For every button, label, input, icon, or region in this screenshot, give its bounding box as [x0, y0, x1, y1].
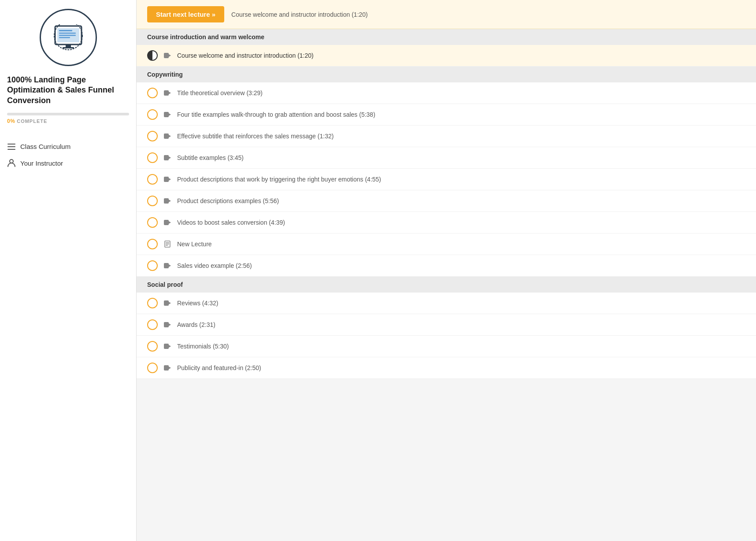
svg-rect-7 — [63, 47, 74, 48]
video-icon — [163, 218, 172, 227]
svg-marker-34 — [169, 264, 171, 267]
lecture-item[interactable]: Reviews (4:32) — [137, 293, 756, 314]
svg-rect-3 — [59, 33, 76, 34]
svg-rect-9 — [7, 144, 15, 145]
progress-circle — [147, 88, 158, 98]
video-icon — [163, 363, 172, 372]
lecture-item[interactable]: Videos to boost sales conversion (4:39) — [137, 212, 756, 233]
svg-marker-16 — [169, 92, 171, 94]
lecture-title: Product descriptions that work by trigge… — [177, 176, 381, 183]
svg-rect-15 — [164, 90, 169, 96]
svg-point-12 — [10, 159, 13, 163]
svg-rect-13 — [164, 53, 169, 58]
svg-rect-32 — [166, 245, 168, 246]
next-lecture-bar: Start next lecture » Course welcome and … — [137, 0, 756, 29]
progress-circle — [147, 196, 158, 206]
svg-marker-28 — [169, 221, 171, 224]
video-icon — [163, 196, 172, 205]
video-icon — [163, 299, 172, 308]
svg-rect-27 — [164, 220, 169, 225]
lecture-title: Effective subtitle that reinforces the s… — [177, 133, 334, 140]
svg-marker-42 — [169, 367, 171, 369]
lecture-title: Title theoretical overview (3:29) — [177, 89, 263, 96]
lecture-item[interactable]: Effective subtitle that reinforces the s… — [137, 126, 756, 147]
main-content: Start next lecture » Course welcome and … — [137, 0, 756, 541]
video-icon — [163, 132, 172, 141]
progress-circle — [147, 109, 158, 120]
progress-circle — [147, 152, 158, 163]
svg-rect-41 — [164, 365, 169, 371]
progress-label: 0% COMPLETE — [7, 118, 129, 124]
lecture-title: Sales video example (2:56) — [177, 262, 252, 269]
person-icon — [7, 159, 16, 167]
video-icon — [163, 320, 172, 329]
sidebar: 1000% Landing Page Optimization & Sales … — [0, 0, 137, 541]
lecture-item[interactable]: Product descriptions examples (5:56) — [137, 190, 756, 212]
lecture-item[interactable]: Title theoretical overview (3:29) — [137, 82, 756, 104]
svg-marker-18 — [169, 113, 171, 116]
progress-circle — [147, 260, 158, 271]
svg-rect-2 — [59, 30, 72, 31]
start-next-lecture-button[interactable]: Start next lecture » — [147, 6, 224, 22]
progress-circle — [147, 174, 158, 185]
video-icon — [163, 342, 172, 351]
svg-rect-11 — [7, 149, 15, 150]
lecture-item[interactable]: New Lecture — [137, 233, 756, 255]
svg-marker-20 — [169, 135, 171, 137]
svg-marker-24 — [169, 178, 171, 181]
complete-text: COMPLETE — [17, 119, 47, 124]
lecture-title: Four title examples walk-through to grab… — [177, 111, 375, 118]
lecture-item[interactable]: Sales video example (2:56) — [137, 255, 756, 277]
lecture-item[interactable]: Publicity and featured-in (2:50) — [137, 357, 756, 379]
svg-marker-40 — [169, 345, 171, 348]
video-icon — [163, 51, 172, 60]
lecture-item[interactable]: Awards (2:31) — [137, 314, 756, 336]
svg-marker-38 — [169, 323, 171, 326]
doc-icon — [163, 240, 172, 248]
video-icon — [163, 110, 172, 119]
lecture-item[interactable]: Four title examples walk-through to grab… — [137, 104, 756, 126]
lecture-title: Course welcome and instructor introducti… — [177, 52, 314, 59]
progress-circle — [147, 239, 158, 249]
svg-rect-33 — [164, 263, 169, 268]
section-header-intro: Course introduction and warm welcome — [137, 29, 756, 45]
progress-circle — [147, 319, 158, 330]
video-icon — [163, 175, 172, 184]
progress-circle — [147, 298, 158, 308]
section-header-copywriting: Copywriting — [137, 67, 756, 82]
lecture-title: Videos to boost sales conversion (4:39) — [177, 219, 285, 226]
svg-rect-25 — [164, 198, 169, 204]
video-icon — [163, 261, 172, 270]
svg-rect-21 — [164, 155, 169, 160]
progress-circle — [147, 341, 158, 352]
svg-rect-5 — [59, 37, 70, 38]
lecture-title: Publicity and featured-in (2:50) — [177, 364, 261, 371]
lecture-item[interactable]: Course welcome and instructor introducti… — [137, 45, 756, 67]
svg-rect-6 — [66, 44, 71, 48]
course-logo — [40, 9, 97, 66]
lecture-item[interactable]: Product descriptions that work by trigge… — [137, 169, 756, 190]
svg-rect-23 — [164, 177, 169, 182]
lecture-item[interactable]: Testimonials (5:30) — [137, 336, 756, 357]
list-icon — [7, 144, 16, 150]
progress-bar-container — [7, 113, 129, 115]
sidebar-item-your-instructor[interactable]: Your Instructor — [7, 155, 129, 171]
logo-icon — [53, 24, 84, 51]
svg-rect-10 — [7, 146, 15, 147]
lecture-title: New Lecture — [177, 241, 212, 248]
svg-rect-35 — [164, 300, 169, 306]
svg-marker-14 — [169, 54, 171, 57]
sidebar-item-class-curriculum[interactable]: Class Curriculum — [7, 138, 129, 155]
svg-marker-26 — [169, 200, 171, 202]
progress-percent: 0% — [7, 118, 15, 124]
your-instructor-label: Your Instructor — [20, 159, 63, 167]
svg-rect-39 — [164, 344, 169, 349]
svg-rect-4 — [59, 35, 76, 36]
lecture-item[interactable]: Subtitle examples (3:45) — [137, 147, 756, 169]
svg-marker-22 — [169, 156, 171, 159]
class-curriculum-label: Class Curriculum — [20, 143, 70, 150]
video-icon — [163, 89, 172, 97]
progress-circle — [147, 217, 158, 228]
progress-circle — [147, 363, 158, 373]
svg-rect-30 — [166, 242, 169, 243]
